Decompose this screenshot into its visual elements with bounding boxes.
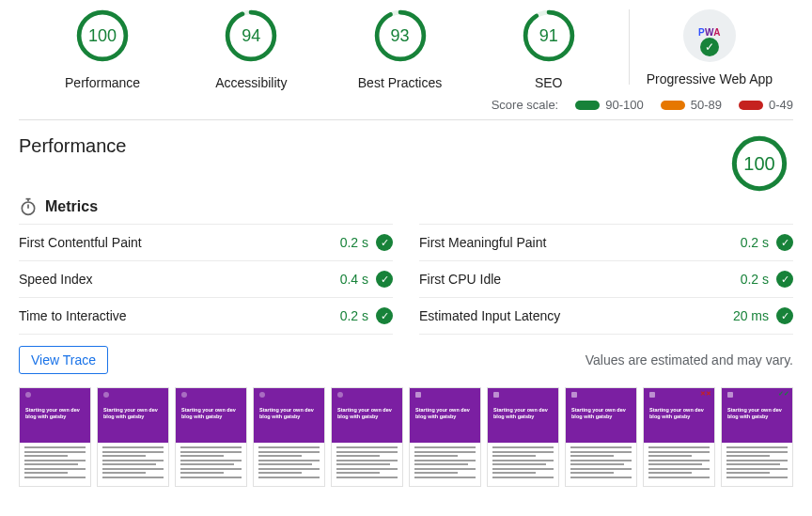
check-icon: ✓ (376, 234, 393, 251)
estimate-note: Values are estimated and may vary. (586, 352, 793, 367)
score-accessibility[interactable]: 94 Accessibility (177, 9, 325, 90)
frame-hero-title: Starting your own dev blog with gatsby (415, 407, 475, 420)
frame-hero-title: Starting your own dev blog with gatsby (727, 407, 787, 420)
score-best-practices[interactable]: 93 Best Practices (325, 9, 474, 90)
metric-row[interactable]: First CPU Idle0.2 s✓ (419, 261, 793, 298)
metric-name: First CPU Idle (419, 272, 741, 287)
gauge-best-practices: 93 (374, 9, 427, 62)
metric-name: First Meaningful Paint (419, 235, 741, 250)
gauge-value: 100 (76, 9, 129, 62)
filmstrip-frame[interactable]: Starting your own dev blog with gatsby (565, 387, 637, 487)
gauge-value: 91 (523, 9, 575, 62)
divider (19, 119, 793, 120)
check-icon: ✓ (376, 271, 393, 288)
frame-hero-title: Starting your own dev blog with gatsby (259, 407, 319, 420)
score-label: Performance (65, 75, 140, 90)
frame-hero-title: Starting your own dev blog with gatsby (337, 407, 397, 420)
filmstrip-frame[interactable]: Starting your own dev blog with gatsby (253, 387, 325, 487)
score-label: Progressive Web App (647, 71, 773, 86)
frame-hero-title: Starting your own dev blog with gatsby (571, 407, 631, 420)
metric-value: 0.2 s (741, 272, 769, 287)
view-trace-button[interactable]: View Trace (19, 346, 108, 374)
metrics-col-left: First Contentful Paint0.2 s✓Speed Index0… (19, 224, 393, 335)
filmstrip-frame[interactable]: Starting your own dev blog with gatsby (487, 387, 559, 487)
scale-bad: 0-49 (739, 98, 793, 112)
pwa-badge-icon: PWA ✓ (683, 9, 736, 62)
vertical-divider (629, 9, 630, 85)
scale-label: Score scale: (492, 98, 559, 112)
frame-hero-title: Starting your own dev blog with gatsby (103, 407, 163, 420)
gauge-seo: 91 (523, 9, 575, 62)
score-label: SEO (535, 75, 563, 90)
check-icon: ✓ (776, 307, 793, 324)
metric-row[interactable]: Time to Interactive0.2 s✓ (19, 298, 393, 335)
metric-row[interactable]: Estimated Input Latency20 ms✓ (419, 298, 793, 335)
filmstrip-frame[interactable]: Starting your own dev blog with gatsby✓✓ (721, 387, 793, 487)
metric-row[interactable]: Speed Index0.4 s✓ (19, 261, 393, 298)
frame-hero-title: Starting your own dev blog with gatsby (25, 407, 85, 420)
metric-value: 0.2 s (340, 308, 368, 323)
filmstrip-frame[interactable]: Starting your own dev blog with gatsby (175, 387, 247, 487)
filmstrip-frame[interactable]: Starting your own dev blog with gatsby (331, 387, 403, 487)
metric-name: Speed Index (19, 272, 340, 287)
metrics-col-right: First Meaningful Paint0.2 s✓First CPU Id… (419, 224, 793, 335)
gauge-performance: 100 (76, 9, 129, 62)
scale-good: 90-100 (575, 98, 643, 112)
score-seo[interactable]: 91 SEO (475, 9, 623, 90)
stopwatch-icon (19, 197, 38, 216)
filmstrip-frame[interactable]: Starting your own dev blog with gatsby✕✕ (643, 387, 715, 487)
gauge-value: 93 (374, 9, 427, 62)
filmstrip-frame[interactable]: Starting your own dev blog with gatsby (19, 387, 91, 487)
score-summary-row: 100 Performance 94 Accessibility 93 Best… (19, 9, 793, 96)
frame-hero-title: Starting your own dev blog with gatsby (649, 407, 709, 420)
metric-name: First Contentful Paint (19, 235, 340, 250)
pill-red-icon (739, 101, 763, 110)
gauge-accessibility: 94 (225, 9, 277, 62)
frame-hero-title: Starting your own dev blog with gatsby (493, 407, 553, 420)
metric-value: 0.4 s (340, 272, 368, 287)
scale-average: 50-89 (661, 98, 722, 112)
metric-value: 0.2 s (340, 235, 368, 250)
metric-row[interactable]: First Meaningful Paint0.2 s✓ (419, 224, 793, 261)
metric-value: 0.2 s (741, 235, 769, 250)
metric-row[interactable]: First Contentful Paint0.2 s✓ (19, 224, 393, 261)
score-label: Best Practices (358, 75, 442, 90)
metric-name: Time to Interactive (19, 308, 340, 323)
status-ok-icon: ✓✓ (778, 390, 789, 398)
score-scale-legend: Score scale: 90-100 50-89 0-49 (19, 96, 793, 119)
filmstrip-frame[interactable]: Starting your own dev blog with gatsby (97, 387, 169, 487)
gauge-value: 100 (731, 135, 788, 192)
frame-hero-title: Starting your own dev blog with gatsby (181, 407, 241, 420)
pill-green-icon (575, 101, 600, 110)
gauge-performance-large: 100 (731, 135, 788, 192)
section-title-performance: Performance (19, 135, 127, 157)
score-label: Accessibility (215, 75, 287, 90)
check-icon: ✓ (376, 307, 393, 324)
metric-value: 20 ms (733, 308, 769, 323)
score-pwa[interactable]: PWA ✓ Progressive Web App (635, 9, 784, 86)
check-icon: ✓ (776, 234, 793, 251)
score-performance[interactable]: 100 Performance (28, 9, 177, 90)
gauge-value: 94 (225, 9, 277, 62)
filmstrip: Starting your own dev blog with gatsbySt… (19, 387, 793, 487)
metrics-grid: First Contentful Paint0.2 s✓Speed Index0… (19, 224, 793, 335)
metrics-heading: Metrics (45, 198, 98, 215)
check-icon: ✓ (700, 38, 719, 56)
filmstrip-frame[interactable]: Starting your own dev blog with gatsby (409, 387, 481, 487)
metric-name: Estimated Input Latency (419, 308, 733, 323)
status-error-icon: ✕✕ (700, 390, 711, 398)
pill-orange-icon (661, 101, 685, 110)
check-icon: ✓ (776, 271, 793, 288)
